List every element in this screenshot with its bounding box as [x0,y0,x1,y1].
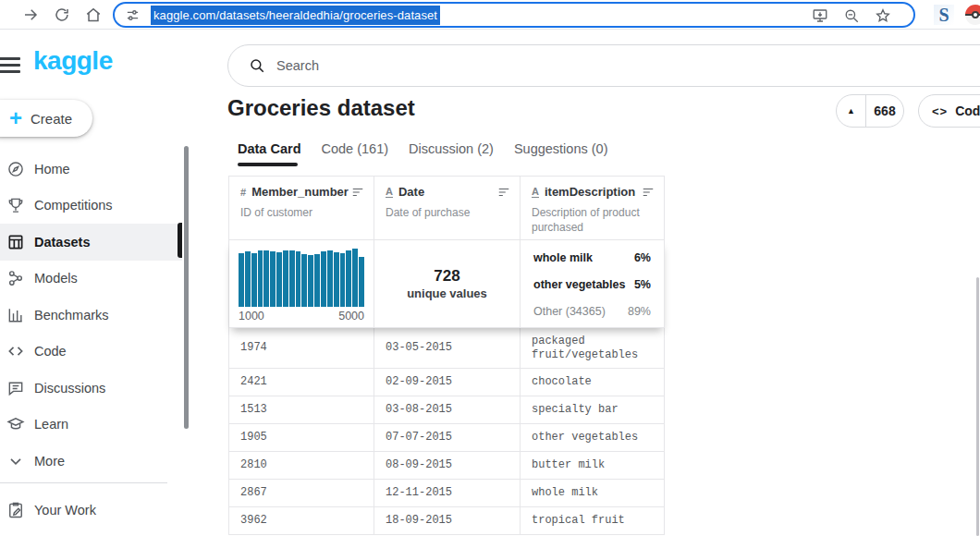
sidebar-item-datasets[interactable]: Datasets [0,224,182,261]
sidebar-divider [0,482,167,483]
histogram-bar [314,254,320,307]
create-button[interactable]: + Create [0,100,92,137]
discussions-bubble-icon [6,379,25,397]
item-description-top-values: whole milk 6% other vegetables 5% Other … [521,240,665,328]
table-row[interactable]: 3962 18-09-2015 tropical fruit [229,507,665,535]
histogram-bar [283,250,288,307]
sidebar-item-benchmarks[interactable]: Benchmarks [0,297,182,334]
column-header-item-description[interactable]: A itemDescription Description of product… [521,177,665,240]
table-row[interactable]: 1974 03-05-2015 packaged fruit/vegetable… [229,328,665,369]
histogram-bar [296,251,301,307]
top-value-row-other: Other (34365) 89% [533,305,651,318]
page-title: Groceries dataset [227,95,415,121]
home-icon[interactable] [85,6,102,23]
search-icon [249,57,265,74]
column-header-date[interactable]: A Date Date of purchase [374,177,521,240]
histogram-bar [289,250,295,307]
datasets-grid-icon [6,233,25,251]
sidebar-item-competitions[interactable]: Competitions [0,188,182,225]
browser-profile-avatar[interactable] [965,5,980,25]
page-scrollbar[interactable] [976,277,979,536]
upvote-count: 668 [866,95,903,127]
table-row[interactable]: 1905 07-07-2015 other vegetables [229,424,665,452]
histogram-bar [346,250,351,307]
histogram-bar [301,254,307,307]
zoom-out-icon[interactable] [843,7,860,24]
histogram-bars [239,248,364,307]
plus-icon: + [9,107,22,129]
active-nav-indicator [178,223,182,258]
tab-suggestions[interactable]: Suggestions (0) [514,141,608,165]
table-row[interactable]: 2867 12-11-2015 whole milk [229,480,665,507]
histogram-bar [359,257,364,307]
code-brackets-glyph: <> [932,104,948,118]
kaggle-dataset-page: kaggle.com/datasets/heeraldedhia/groceri… [0,0,980,536]
benchmarks-chart-icon [6,306,25,324]
text-type-icon: A [532,187,539,198]
sidebar: kaggle + Create Home Competitions [0,30,182,536]
histogram-bar [321,251,326,307]
reload-icon[interactable] [54,6,70,23]
sidebar-item-your-work[interactable]: Your Work [0,492,182,529]
histogram-bar [308,255,313,307]
dataset-preview-table: # Member_number ID of customer A Date Da… [228,176,665,535]
trophy-icon [6,196,25,214]
top-value-row: whole milk 6% [533,251,651,264]
search-bar[interactable] [227,44,980,87]
active-tab-underline [238,163,298,166]
sidebar-nav: Home Competitions Datasets Models [0,151,182,529]
menu-hamburger-icon[interactable] [0,57,20,77]
date-unique-values: 728 unique values [374,240,521,328]
sidebar-item-learn[interactable]: Learn [0,407,182,444]
top-value-row: other vegetables 5% [533,278,651,291]
column-sort-icon[interactable] [497,186,510,199]
histogram-bar [251,253,257,307]
sidebar-item-discussions[interactable]: Discussions [0,370,182,407]
code-brackets-icon [6,342,25,360]
histogram-bar [340,253,346,307]
site-settings-icon[interactable] [126,8,140,22]
address-bar[interactable]: kaggle.com/datasets/heeraldedhia/groceri… [113,2,915,28]
histogram-min-label: 1000 [239,310,264,323]
forward-icon[interactable] [22,6,39,23]
compass-icon [6,160,25,178]
text-type-icon: A [386,187,393,198]
browser-toolbar: kaggle.com/datasets/heeraldedhia/groceri… [0,0,980,30]
histogram-bar [245,251,251,307]
upvote-button[interactable]: ▲ 668 [836,94,904,128]
column-sort-icon[interactable] [351,186,364,199]
chevron-down-icon [6,452,25,470]
histogram-max-label: 5000 [338,310,364,323]
clipboard-pencil-icon [6,501,25,519]
table-row[interactable]: 1513 03-08-2015 specialty bar [229,396,665,424]
histogram-bar [258,250,263,307]
histogram-bar [263,250,269,307]
table-row[interactable]: 2810 08-09-2015 butter milk [229,452,665,480]
install-app-icon[interactable] [812,7,828,24]
column-stats-row: 1000 5000 728 unique values whole milk 6… [229,240,665,328]
url-selected-text[interactable]: kaggle.com/datasets/heeraldedhia/groceri… [151,6,440,25]
table-row[interactable]: 2421 02-09-2015 chocolate [229,369,665,396]
column-sort-icon[interactable] [642,186,655,199]
tab-code[interactable]: Code (161) [322,141,389,165]
histogram-bar [270,251,276,307]
column-header-member-number[interactable]: # Member_number ID of customer [229,177,374,240]
kaggle-logo[interactable]: kaggle [33,46,113,76]
sidebar-item-more[interactable]: More [0,443,182,480]
extension-s-icon[interactable]: S [934,5,954,25]
search-input[interactable] [276,58,831,73]
bookmark-star-icon[interactable] [875,7,891,24]
sidebar-item-models[interactable]: Models [0,261,182,298]
table-header-row: # Member_number ID of customer A Date Da… [229,177,665,240]
sidebar-item-code[interactable]: Code [0,334,182,371]
histogram-bar [276,252,282,307]
member-number-histogram: 1000 5000 [229,240,374,328]
numeric-type-icon: # [240,187,246,198]
code-button[interactable]: <> Code [918,94,980,128]
upvote-caret-icon[interactable]: ▲ [837,95,866,127]
sidebar-item-home[interactable]: Home [0,151,182,188]
histogram-bar [327,250,333,307]
sidebar-scrollbar[interactable] [184,146,189,429]
tab-discussion[interactable]: Discussion (2) [409,141,494,165]
histogram-bar [352,249,358,307]
